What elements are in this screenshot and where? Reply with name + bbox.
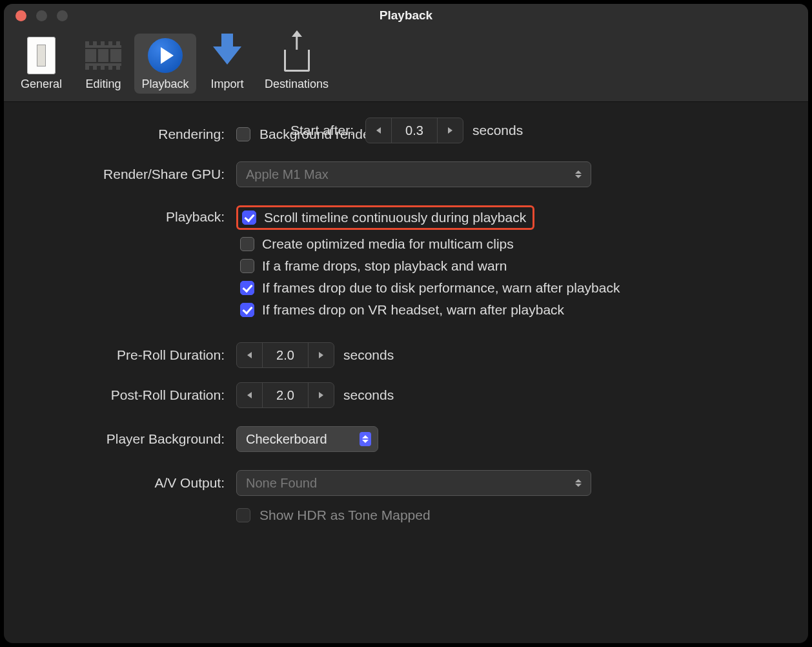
gpu-dropdown[interactable]: Apple M1 Max [236,161,591,187]
scroll-timeline-checkbox[interactable] [242,211,256,225]
optimized-media-checkbox[interactable] [240,237,254,251]
tab-import[interactable]: Import [196,34,258,94]
postroll-unit: seconds [343,387,394,403]
toolbar: General Editing Playback Import Destinat… [4,27,808,102]
gpu-row: Render/Share GPU: Apple M1 Max [30,161,782,187]
dropdown-arrows-icon [360,432,371,446]
dropdown-arrows-icon [573,167,584,181]
start-after-unit: seconds [472,123,523,138]
hdr-tone-mapped-checkbox [236,508,250,522]
tab-destinations[interactable]: Destinations [258,34,335,94]
preroll-row: Pre-Roll Duration: 2.0 seconds [30,342,782,368]
preroll-value: 2.0 [263,348,308,363]
playerbg-value: Checkerboard [246,432,327,447]
tab-general-label: General [21,77,62,91]
playerbg-dropdown[interactable]: Checkerboard [236,426,378,452]
playerbg-row: Player Background: Checkerboard [30,426,782,452]
playerbg-label: Player Background: [30,431,236,447]
playback-icon [147,37,183,74]
gpu-value: Apple M1 Max [246,167,329,182]
vr-warn-label: If frames drop on VR headset, warn after… [262,302,564,318]
start-after-value: 0.3 [392,123,437,138]
disk-perf-warn-checkbox[interactable] [240,281,254,295]
stepper-decrement-icon[interactable] [237,383,263,407]
import-icon [209,37,245,74]
stepper-decrement-icon[interactable] [366,118,392,143]
stepper-increment-icon[interactable] [308,343,334,367]
playback-section: Playback: Scroll timeline continuously d… [30,205,782,324]
start-after-label2: Start after: [30,123,365,138]
preferences-window: Playback General Editing Playback Import [4,4,808,643]
frame-drop-stop-checkbox[interactable] [240,259,254,273]
avoutput-label: A/V Output: [30,475,236,491]
stepper-decrement-icon[interactable] [237,343,263,367]
tab-editing[interactable]: Editing [72,34,134,94]
stepper-increment-icon[interactable] [437,118,463,143]
avoutput-dropdown[interactable]: None Found [236,470,591,496]
tab-editing-label: Editing [85,77,121,91]
scroll-timeline-label: Scroll timeline continuously during play… [264,210,526,225]
titlebar: Playback [4,4,808,27]
tab-playback[interactable]: Playback [134,34,196,94]
playback-label: Playback: [30,205,236,225]
dropdown-arrows-icon [573,476,584,490]
preroll-stepper[interactable]: 2.0 [236,342,334,368]
editing-icon [85,37,121,74]
preroll-label: Pre-Roll Duration: [30,347,236,363]
general-icon [23,37,59,74]
frame-drop-stop-label: If a frame drops, stop playback and warn [262,258,507,274]
stepper-increment-icon[interactable] [308,383,334,407]
vr-warn-checkbox[interactable] [240,303,254,317]
postroll-value: 2.0 [263,388,308,403]
hdr-tone-mapped-label: Show HDR as Tone Mapped [259,508,431,523]
postroll-stepper[interactable]: 2.0 [236,382,334,408]
gpu-label: Render/Share GPU: [30,167,236,182]
window-title: Playback [4,8,808,23]
content: Rendering: Background render Start after… [4,102,808,545]
postroll-row: Post-Roll Duration: 2.0 seconds [30,382,782,408]
highlighted-option: Scroll timeline continuously during play… [236,205,534,230]
postroll-label: Post-Roll Duration: [30,387,236,403]
hdr-row: Show HDR as Tone Mapped [30,508,782,523]
tab-general[interactable]: General [10,34,72,94]
start-after-stepper[interactable]: 0.3 [365,118,463,143]
avoutput-value: None Found [246,476,317,491]
tab-playback-label: Playback [141,77,188,91]
preroll-unit: seconds [343,347,394,363]
disk-perf-warn-label: If frames drop due to disk performance, … [262,280,620,296]
tab-import-label: Import [210,77,243,91]
optimized-media-label: Create optimized media for multicam clip… [262,236,514,252]
destinations-icon [279,37,315,74]
avoutput-row: A/V Output: None Found [30,470,782,496]
tab-destinations-label: Destinations [265,77,329,91]
